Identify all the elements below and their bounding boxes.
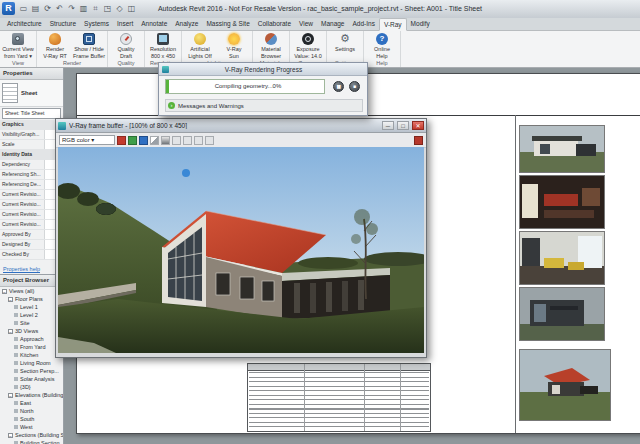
view-icon (14, 425, 18, 429)
ribbon-button-exposure-value-14-0[interactable]: ExposureValue: 14.0 (291, 32, 325, 60)
sheet-render-thumbnail-living-room[interactable] (519, 231, 605, 285)
property-row-scale[interactable]: Scale (0, 140, 63, 150)
view-icon (14, 345, 18, 349)
type-selector-preview[interactable]: Sheet (0, 80, 63, 107)
browser-item-living-room[interactable]: Living Room (0, 359, 63, 367)
browser-item-3d-views[interactable]: −3D Views (0, 327, 63, 335)
tab-modify[interactable]: Modify (407, 18, 434, 30)
ribbon-button-render-v-ray-rt[interactable]: RenderV-Ray RT (38, 32, 72, 60)
tab-add-ins[interactable]: Add-Ins (349, 18, 379, 30)
tab-annotate[interactable]: Annotate (137, 18, 171, 30)
panel-caption-view: View (1, 60, 35, 67)
property-row-approved-by[interactable]: Approved By (0, 230, 63, 240)
property-row-identity-data[interactable]: Identity Data (0, 150, 63, 160)
tab-manage[interactable]: Manage (317, 18, 349, 30)
schedule-column-line (400, 364, 401, 431)
tab-architecture[interactable]: Architecture (3, 18, 46, 30)
browser-item-building-section[interactable]: Building Section (0, 439, 63, 444)
sheet-render-thumbnail-kitchen[interactable] (519, 175, 605, 229)
browser-item-elevations-building-elevation[interactable]: −Elevations (Building Elevation) (0, 391, 63, 399)
property-row-checked-by[interactable]: Checked By (0, 250, 63, 260)
messages-expander[interactable]: › Messages and Warnings (165, 99, 363, 112)
vray-frame-buffer-window[interactable]: V-Ray frame buffer - [100% of 800 x 450]… (55, 118, 427, 358)
sheet-render-thumbnail-solar[interactable] (519, 287, 605, 341)
pause-render-button[interactable] (333, 81, 344, 92)
ribbon-button-current-view-from-yard[interactable]: Current Viewfrom Yard ▾ (1, 32, 35, 60)
close-icon[interactable]: ✕ (412, 121, 424, 130)
expander-icon[interactable]: − (8, 393, 13, 398)
sheet-render-thumbnail-exterior[interactable] (519, 125, 605, 173)
browser-item-south[interactable]: South (0, 415, 63, 423)
expander-icon[interactable]: − (8, 297, 13, 302)
browser-item-floor-plans[interactable]: −Floor Plans (0, 295, 63, 303)
ribbon-button-online-help[interactable]: OnlineHelp (365, 32, 399, 60)
resolution-icon (157, 33, 169, 45)
messages-label: Messages and Warnings (178, 103, 244, 109)
browser-item-views-all[interactable]: −Views (all) (0, 287, 63, 295)
browser-item-west[interactable]: West (0, 423, 63, 431)
green-channel-icon[interactable] (128, 136, 137, 145)
red-channel-icon[interactable] (117, 136, 126, 145)
property-row-designed-by[interactable]: Designed By (0, 240, 63, 250)
tab-analyze[interactable]: Analyze (171, 18, 202, 30)
ribbon-button-artificial-lights-off[interactable]: ArtificialLights Off (183, 32, 217, 60)
view-icon (14, 377, 18, 381)
browser-item-approach[interactable]: Approach (0, 335, 63, 343)
alpha-channel-icon[interactable] (150, 136, 159, 145)
property-row-dependency[interactable]: Dependency (0, 160, 63, 170)
mono-channel-icon[interactable] (161, 136, 170, 145)
type-selector-dropdown[interactable]: Sheet: Title Sheet (2, 108, 61, 119)
history-icon[interactable] (183, 136, 192, 145)
vray-progress-dialog[interactable]: V-Ray Rendering Progress Compiling geome… (158, 62, 368, 116)
expander-icon[interactable]: − (8, 433, 13, 438)
panel-caption-render: Render (38, 60, 106, 67)
property-row-referencing-sh[interactable]: Referencing Sh... (0, 170, 63, 180)
browser-item-level-2[interactable]: Level 2 (0, 311, 63, 319)
region-icon[interactable] (205, 136, 214, 145)
color-correction-icon[interactable] (194, 136, 203, 145)
blue-channel-icon[interactable] (139, 136, 148, 145)
property-row-current-revisio[interactable]: Current Revisio... (0, 200, 63, 210)
browser-item-kitchen[interactable]: Kitchen (0, 351, 63, 359)
ribbon-button-v-ray-sun[interactable]: V-RaySun (217, 32, 251, 60)
channel-select-dropdown[interactable]: RGB color ▾ (59, 135, 115, 145)
tab-systems[interactable]: Systems (80, 18, 113, 30)
browser-item-from-yard[interactable]: From Yard (0, 343, 63, 351)
expander-icon[interactable]: − (8, 329, 13, 334)
sheet-render-thumbnail-approach[interactable] (519, 349, 611, 421)
tab-v-ray[interactable]: V-Ray (379, 18, 407, 31)
property-row-current-revisio[interactable]: Current Revisio... (0, 210, 63, 220)
expander-icon[interactable]: − (2, 289, 7, 294)
tab-collaborate[interactable]: Collaborate (254, 18, 295, 30)
tab-massing-site[interactable]: Massing & Site (202, 18, 253, 30)
tab-view[interactable]: View (295, 18, 317, 30)
tab-structure[interactable]: Structure (46, 18, 80, 30)
properties-help-link[interactable]: Properties help (3, 266, 40, 272)
browser-item-solar-analysis[interactable]: Solar Analysis (0, 375, 63, 383)
ribbon-button-material-browser[interactable]: MaterialBrowser (254, 32, 288, 60)
property-row-visibility-graph[interactable]: Visibility/Graph... (0, 130, 63, 140)
browser-item-site[interactable]: Site (0, 319, 63, 327)
ribbon-button-resolution-800-x-450[interactable]: Resolution800 x 450 (146, 32, 180, 60)
save-icon[interactable] (414, 136, 423, 145)
minimize-icon[interactable]: ─ (382, 121, 394, 130)
browser-item-level-1[interactable]: Level 1 (0, 303, 63, 311)
browser-item-east[interactable]: East (0, 399, 63, 407)
stop-render-button[interactable] (349, 81, 360, 92)
property-row-current-revisio[interactable]: Current Revisio... (0, 220, 63, 230)
ribbon-button-quality-draft[interactable]: QualityDraft (109, 32, 143, 60)
progress-dialog-title-bar[interactable]: V-Ray Rendering Progress (159, 63, 367, 76)
browser-item-sections-building-section[interactable]: −Sections (Building Section) (0, 431, 63, 439)
frame-buffer-title-bar[interactable]: V-Ray frame buffer - [100% of 800 x 450]… (56, 119, 426, 133)
maximize-icon[interactable]: □ (397, 121, 409, 130)
property-row-referencing-de[interactable]: Referencing De... (0, 180, 63, 190)
property-row-current-revisio[interactable]: Current Revisio... (0, 190, 63, 200)
ribbon-button-settings-x[interactable]: Settings (328, 32, 362, 60)
tab-insert[interactable]: Insert (113, 18, 137, 30)
ribbon-button-show-hide-frame-buffer[interactable]: Show / HideFrame Buffer (72, 32, 106, 60)
browser-item-section-persp[interactable]: Section Persp... (0, 367, 63, 375)
browser-item-north[interactable]: North (0, 407, 63, 415)
property-row-graphics[interactable]: Graphics (0, 120, 63, 130)
browser-item-3d[interactable]: {3D} (0, 383, 63, 391)
compare-icon[interactable] (172, 136, 181, 145)
